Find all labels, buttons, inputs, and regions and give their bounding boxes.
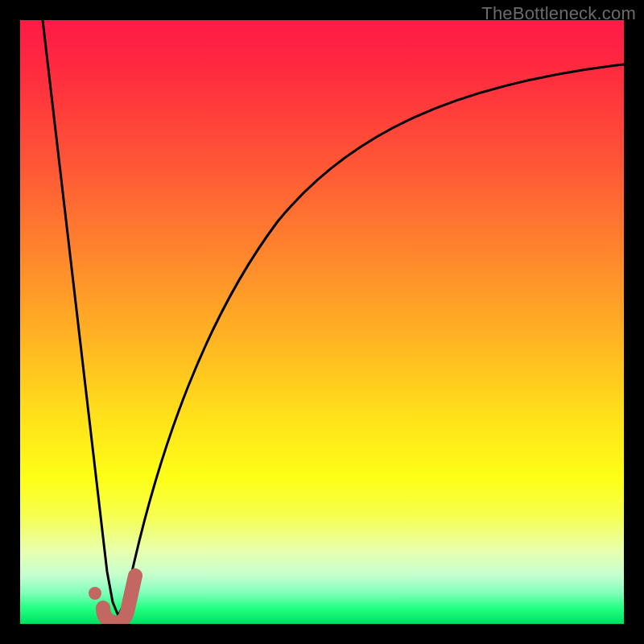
bottleneck-curve xyxy=(43,20,624,616)
watermark-text: TheBottleneck.com xyxy=(481,3,636,24)
optimal-dot-icon xyxy=(89,587,101,600)
chart-frame: TheBottleneck.com xyxy=(0,0,644,644)
chart-svg xyxy=(20,20,624,624)
optimal-marker-icon xyxy=(103,576,135,623)
plot-area xyxy=(20,20,624,624)
